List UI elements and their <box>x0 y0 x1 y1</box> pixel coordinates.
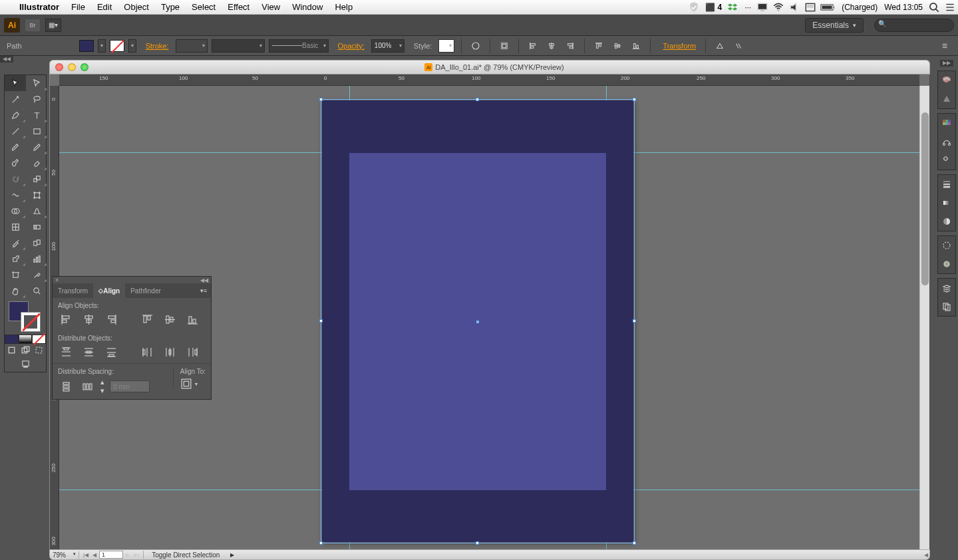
column-graph-tool[interactable]: ◢ <box>26 251 47 267</box>
brush-definition[interactable]: Basic <box>269 39 329 53</box>
window-zoom-button[interactable] <box>80 63 88 71</box>
artboard-rect[interactable] <box>322 100 633 542</box>
rectangle-tool[interactable]: ◢ <box>26 123 47 139</box>
vertical-align-top[interactable] <box>139 312 155 327</box>
zoom-tool[interactable] <box>26 283 47 299</box>
gradient-panel-button[interactable] <box>938 194 955 212</box>
clock[interactable]: Wed 13:05 <box>881 3 926 12</box>
spacing-stepper[interactable]: ▴▾ <box>100 378 104 395</box>
none-mode-button[interactable] <box>32 335 46 344</box>
color-mode-button[interactable] <box>5 335 19 344</box>
last-artboard-button[interactable]: ▶| <box>132 552 140 558</box>
gradient-tool[interactable] <box>26 219 47 235</box>
artboard-number-input[interactable]: 1 <box>99 551 123 559</box>
appearance-panel-button[interactable] <box>938 236 955 255</box>
color-guide-panel-button[interactable] <box>938 90 955 108</box>
prev-artboard-button[interactable]: ◀ <box>91 552 98 558</box>
opacity-panel-link[interactable]: Opacity: <box>333 42 367 50</box>
stroke-panel-link[interactable]: Stroke: <box>140 42 172 50</box>
next-artboard-button[interactable]: ▶ <box>124 552 131 558</box>
graphic-styles-panel-button[interactable] <box>938 255 955 273</box>
first-artboard-button[interactable]: |◀ <box>82 552 90 558</box>
selection-tool[interactable] <box>5 75 26 91</box>
pen-tool[interactable]: ◢ <box>5 107 26 123</box>
control-bar-menu[interactable] <box>938 39 953 53</box>
hand-tool[interactable]: ◢ <box>5 283 26 299</box>
left-dock-collapse[interactable]: ◀◀ <box>0 56 13 63</box>
draw-inside-button[interactable] <box>32 344 46 356</box>
variable-width-profile[interactable] <box>212 39 265 53</box>
align-bottom-button[interactable] <box>629 39 643 53</box>
slice-tool[interactable]: ◢ <box>26 267 47 283</box>
horizontal-distribute-left[interactable] <box>139 345 155 359</box>
battery-icon[interactable] <box>820 1 836 13</box>
stroke-dropdown[interactable] <box>128 39 136 53</box>
scale-tool[interactable]: ◢ <box>26 171 47 187</box>
lasso-tool[interactable] <box>26 91 47 107</box>
vertical-scrollbar[interactable] <box>919 86 929 549</box>
panel-collapse-button[interactable]: ◀◀ <box>200 277 208 283</box>
display-icon[interactable] <box>756 1 768 13</box>
right-dock-collapse[interactable]: ▶▶ <box>940 60 953 67</box>
tab-pathfinder[interactable]: Pathfinder <box>125 283 166 298</box>
align-left-button[interactable] <box>526 39 540 53</box>
overflow-icon[interactable]: ··· <box>741 3 754 12</box>
menu-object[interactable]: Object <box>118 2 155 12</box>
menu-type[interactable]: Type <box>155 2 186 12</box>
layers-panel-button[interactable] <box>938 279 955 297</box>
recolor-artwork-button[interactable] <box>468 39 483 53</box>
eraser-tool[interactable]: ◢ <box>26 155 47 171</box>
zoom-level-input[interactable]: 79%▾ <box>50 551 79 559</box>
horizontal-distribute-center[interactable] <box>162 345 178 359</box>
graphic-style-swatch[interactable] <box>438 39 454 53</box>
brushes-panel-button[interactable] <box>938 132 955 151</box>
app-name-menu[interactable]: Illustrator <box>13 2 65 12</box>
color-panel-button[interactable] <box>938 71 955 90</box>
menu-view[interactable]: View <box>255 2 286 12</box>
draw-normal-button[interactable] <box>5 344 19 356</box>
menu-help[interactable]: Help <box>329 2 359 12</box>
select-similar-button[interactable] <box>731 39 746 53</box>
input-source-icon[interactable] <box>804 1 816 13</box>
document-titlebar[interactable]: AiDA_Illo_01.ai* @ 79% (CMYK/Preview) <box>49 60 930 74</box>
mesh-tool[interactable] <box>5 219 26 235</box>
transform-panel-link[interactable]: Transform <box>657 42 699 50</box>
panel-close-button[interactable]: × <box>55 277 59 283</box>
width-tool[interactable]: ◢ <box>5 187 26 203</box>
blob-brush-tool[interactable] <box>5 155 26 171</box>
vertical-distribute-center[interactable] <box>80 345 96 359</box>
menu-select[interactable]: Select <box>186 2 222 12</box>
workspace-switcher[interactable]: Essentials▾ <box>805 18 864 33</box>
align-selection-button[interactable] <box>497 39 512 53</box>
align-vcenter-button[interactable] <box>610 39 625 53</box>
menu-file[interactable]: File <box>65 2 91 12</box>
status-menu[interactable]: ▶ <box>230 552 234 558</box>
horizontal-align-left[interactable] <box>58 312 74 327</box>
align-to-dropdown[interactable]: ▾ <box>180 378 206 390</box>
opacity-input[interactable]: 100% <box>371 39 404 53</box>
magic-wand-tool[interactable] <box>5 91 26 107</box>
window-close-button[interactable] <box>55 63 63 71</box>
screen-mode-button[interactable] <box>5 356 46 372</box>
tab-align[interactable]: ◇Align <box>93 283 125 298</box>
menu-window[interactable]: Window <box>286 2 329 12</box>
vertical-distribute-top[interactable] <box>58 345 74 359</box>
artboard-tool[interactable] <box>5 267 26 283</box>
eyedropper-tool[interactable]: ◢ <box>5 235 26 251</box>
artboards-panel-button[interactable] <box>938 297 955 316</box>
isolate-button[interactable] <box>713 39 727 53</box>
adobe-notif-icon[interactable]: ⬛ 4 <box>702 3 725 12</box>
swatches-panel-button[interactable] <box>938 114 955 132</box>
transparency-panel-button[interactable] <box>938 212 955 231</box>
bridge-button[interactable]: Br <box>25 19 40 31</box>
fill-color-swatch[interactable] <box>79 40 94 52</box>
horizontal-distribute-right[interactable] <box>184 345 200 359</box>
align-right-button[interactable] <box>563 39 577 53</box>
menu-effect[interactable]: Effect <box>222 2 255 12</box>
volume-icon[interactable] <box>788 1 800 13</box>
ruler-horizontal[interactable]: 150 100 50 0 50 100 150 200 250 300 350 <box>59 74 919 86</box>
arrange-documents-button[interactable]: ▦▾ <box>45 19 61 32</box>
stroke-panel-button[interactable] <box>938 175 955 194</box>
gradient-mode-button[interactable] <box>19 335 33 344</box>
perspective-grid-tool[interactable]: ◢ <box>26 203 47 219</box>
